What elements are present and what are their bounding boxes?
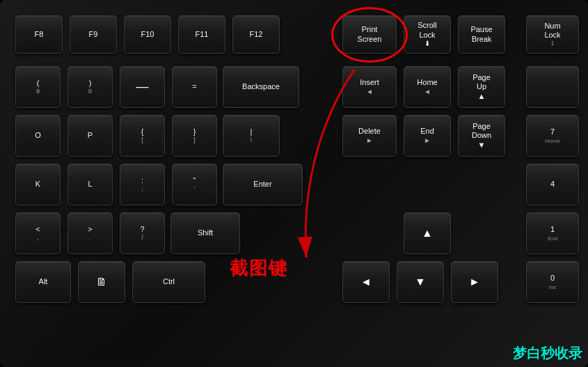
key-insert[interactable]: Insert ◄ <box>342 66 397 108</box>
key-f10[interactable]: F10 <box>124 15 171 54</box>
key-right-ctrl[interactable]: Ctrl <box>132 261 205 303</box>
key-period[interactable]: > . <box>67 212 113 254</box>
key-f12[interactable]: F12 <box>232 15 280 54</box>
key-num-lock[interactable]: Num Lock 1 <box>526 15 579 54</box>
key-arrow-down[interactable]: ▼ <box>397 261 444 303</box>
key-l[interactable]: L <box>67 164 113 205</box>
key-arrow-right[interactable]: ► <box>451 261 498 303</box>
key-left-bracket[interactable]: { [ <box>120 115 165 157</box>
key-arrow-left[interactable]: ◄ <box>342 261 390 303</box>
key-p[interactable]: P <box>67 115 113 157</box>
key-backspace[interactable]: Backspace <box>223 66 299 108</box>
key-quote[interactable]: " ' <box>172 164 217 205</box>
key-delete[interactable]: Delete ► <box>342 115 397 157</box>
key-end[interactable]: End ► <box>404 115 451 157</box>
key-f9[interactable]: F9 <box>70 15 117 54</box>
key-0[interactable]: ) 0 <box>67 66 113 108</box>
watermark: 梦白秒收录 <box>513 344 582 363</box>
key-enter[interactable]: Enter <box>223 164 303 205</box>
key-equals[interactable]: = <box>172 66 217 108</box>
key-pause-break[interactable]: Pause Break <box>458 15 505 54</box>
key-o[interactable]: O <box>15 115 61 157</box>
key-left-shift[interactable]: Shift <box>170 212 240 254</box>
key-left-alt[interactable]: Alt <box>15 261 71 303</box>
key-minus[interactable]: — <box>120 66 165 108</box>
label-jietu: 截图键 <box>230 256 288 281</box>
key-slash[interactable]: ? / <box>120 212 165 254</box>
key-backslash[interactable]: | \ <box>223 115 280 157</box>
key-numpad-0[interactable]: 0 Ins <box>526 261 579 303</box>
key-numpad-1[interactable]: 1 End <box>526 212 579 254</box>
key-arrow-up[interactable]: ▲ <box>404 212 451 254</box>
key-scroll-lock[interactable]: Scroll Lock ⬇ <box>404 15 451 54</box>
key-f8[interactable]: F8 <box>15 15 63 54</box>
key-f11[interactable]: F11 <box>178 15 225 54</box>
key-menu[interactable]: 🗎 <box>78 261 125 303</box>
key-semicolon[interactable]: : ; <box>120 164 165 205</box>
key-numpad-numlock2[interactable] <box>526 66 579 108</box>
key-9[interactable]: ( 9 <box>15 66 61 108</box>
key-comma[interactable]: < , <box>15 212 61 254</box>
key-home[interactable]: Home ◄ <box>404 66 451 108</box>
key-page-down[interactable]: Page Down ▼ <box>458 115 505 157</box>
key-k[interactable]: K <box>15 164 61 205</box>
key-numpad-4[interactable]: 4 <box>526 164 579 205</box>
key-right-bracket[interactable]: } ] <box>172 115 217 157</box>
keyboard-background: F8 F9 F10 F11 F12 Print Screen Scroll Lo… <box>0 0 588 367</box>
key-print-screen[interactable]: Print Screen <box>342 15 397 54</box>
key-numpad-7[interactable]: 7 Home <box>526 115 579 157</box>
key-page-up[interactable]: Page Up ▲ <box>458 66 505 108</box>
